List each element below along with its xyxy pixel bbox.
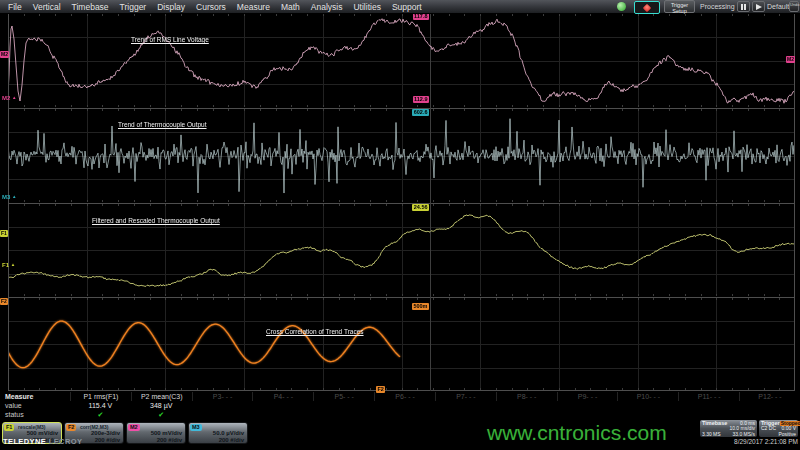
measure-row-label-header: Measure <box>0 393 70 400</box>
menu-item-utilities[interactable]: Utilities <box>353 2 380 12</box>
menu-item-analysis[interactable]: Analysis <box>311 2 343 12</box>
menu-item-display[interactable]: Display <box>157 2 185 12</box>
trace-scale: 200e-3/div <box>91 430 120 437</box>
trace-scale: 500 mV/div <box>27 430 58 437</box>
measure-table: MeasureP1 rms(F1)P2 mean(C3)P3- - -P4- -… <box>0 392 800 422</box>
measure-param-8[interactable]: P8- - - <box>496 392 557 401</box>
measure-param-12[interactable]: P12- - - <box>739 392 800 401</box>
waveform-canvas[interactable] <box>8 13 795 391</box>
measure-value-2: 348 µV <box>131 401 192 410</box>
measure-param-11[interactable]: P11- - - <box>678 392 739 401</box>
undo-button[interactable]: Undo <box>789 1 799 12</box>
menu-item-cursors[interactable]: Cursors <box>196 2 226 12</box>
measure-status-3 <box>192 410 253 419</box>
trigger-summary-box[interactable]: TriggerStopped C2 DC0.00 V Positive <box>759 420 798 437</box>
trace-tag-m3: M3 <box>190 424 202 431</box>
measure-param-6[interactable]: P6- - - <box>374 392 435 401</box>
watermark: www.cntronics.com <box>487 421 667 445</box>
trace-label-f1: F1 ▲ <box>2 262 15 268</box>
trigger-stop-button[interactable] <box>634 1 660 14</box>
cursor-value-tag-f1: 24.56 <box>412 204 429 211</box>
measure-status-4 <box>252 410 313 419</box>
pause-icon <box>741 4 743 10</box>
trace-descriptor-m3[interactable]: M350.0 µV/div200 #/div <box>188 422 248 444</box>
trace-scale: 500 mV/div <box>151 430 182 437</box>
measure-param-7[interactable]: P7- - - <box>435 392 496 401</box>
timebase-summary-box[interactable]: Timebase0.0 ms 10.0 ms/div 3.30 MS33.0 M… <box>700 420 757 437</box>
trigger-setup-label-2: Setup <box>665 8 694 14</box>
measure-status-6 <box>374 410 435 419</box>
trace-annotation-f2: Cross Correlation of Trend Traces <box>266 328 364 335</box>
trace-level-marker-m2-right[interactable]: M2 <box>786 56 795 63</box>
menu-item-timebase[interactable]: Timebase <box>72 2 109 12</box>
trace-annotation-m2: Trend of RMS Line Voltage <box>131 36 209 43</box>
trace-level-marker-m2[interactable]: M2 <box>0 51 9 58</box>
measure-param-2[interactable]: P2 mean(C3) <box>131 392 192 401</box>
menu-item-math[interactable]: Math <box>281 2 300 12</box>
menu-bar: FileVerticalTimebaseTriggerDisplayCursor… <box>0 0 800 14</box>
measure-param-1[interactable]: P1 rms(F1) <box>70 392 131 401</box>
menu-item-measure[interactable]: Measure <box>237 2 270 12</box>
trace-tag-m2: M2 <box>128 424 140 431</box>
timebase-rate: 33.0 MS/s <box>732 432 755 437</box>
measure-status-1: ✔ <box>70 410 131 419</box>
record-icon <box>643 3 651 11</box>
measure-row-status: status✔✔ <box>0 410 800 419</box>
measure-value-12 <box>739 401 800 410</box>
measure-value-3 <box>192 401 253 410</box>
timebase-samples: 3.30 MS <box>702 432 721 437</box>
trace-label-m3: M3 ▲ <box>2 194 16 200</box>
measure-status-10 <box>617 410 678 419</box>
measure-param-4[interactable]: P4- - - <box>252 392 313 401</box>
measure-row-label-value: value <box>0 402 70 409</box>
menu-item-support[interactable]: Support <box>392 2 422 12</box>
oscilloscope-app: FileVerticalTimebaseTriggerDisplayCursor… <box>0 0 800 450</box>
trace-tag-f1: F1 <box>4 424 14 431</box>
datetime-label: 8/29/2017 2:21:08 PM <box>734 438 798 445</box>
menu-items: FileVerticalTimebaseTriggerDisplayCursor… <box>0 2 422 12</box>
trace-points-per-div: 200 #/div <box>157 437 182 444</box>
trace-annotation-m3: Trend of Thermocouple Output <box>118 121 207 128</box>
play-button[interactable] <box>752 1 765 12</box>
timebase-label: Timebase <box>702 421 727 426</box>
measure-param-5[interactable]: P5- - - <box>313 392 374 401</box>
measure-status-7 <box>435 410 496 419</box>
menu-item-file[interactable]: File <box>8 2 22 12</box>
processing-label: Processing <box>700 3 735 10</box>
measure-row-label-status: status <box>0 411 70 418</box>
measure-row-value: value115.4 V348 µV <box>0 401 800 410</box>
brand-logo: TELEDYNE LECROY <box>3 437 82 446</box>
measure-param-9[interactable]: P9- - - <box>557 392 618 401</box>
pause-button[interactable] <box>737 1 750 12</box>
measure-value-10 <box>617 401 678 410</box>
bottom-strip: F1rescale(M3)500 mV/div200 #/divF2corr(M… <box>0 420 800 450</box>
measure-value-9 <box>557 401 618 410</box>
measure-value-4 <box>252 401 313 410</box>
measure-status-12 <box>739 410 800 419</box>
measure-value-7 <box>435 401 496 410</box>
menu-item-vertical[interactable]: Vertical <box>33 2 61 12</box>
measure-row-header: MeasureP1 rms(F1)P2 mean(C3)P3- - -P4- -… <box>0 392 800 401</box>
cursor-value-tag-f2: 500m <box>412 303 429 310</box>
measure-value-5 <box>313 401 374 410</box>
trace-tag-f2: F2 <box>66 424 76 431</box>
trace-level-marker-f2[interactable]: F2 <box>0 298 8 305</box>
menu-item-trigger[interactable]: Trigger <box>120 2 147 12</box>
trigger-source: C2 DC <box>761 426 776 431</box>
waveform-grid[interactable]: Trend of RMS Line VoltageTrend of Thermo… <box>0 13 800 391</box>
trigger-slope: Positive <box>778 432 796 437</box>
play-icon <box>756 4 762 10</box>
measure-value-8 <box>496 401 557 410</box>
measure-value-11 <box>678 401 739 410</box>
cursor-value-tag-m2: 112.9 <box>413 96 429 103</box>
measure-status-8 <box>496 410 557 419</box>
measure-param-3[interactable]: P3- - - <box>192 392 253 401</box>
trace-level-marker-f1[interactable]: F1 <box>0 230 8 237</box>
measure-value-6 <box>374 401 435 410</box>
brand-secondary: LECROY <box>49 437 83 446</box>
measure-status-11 <box>678 410 739 419</box>
measure-param-10[interactable]: P10- - - <box>617 392 678 401</box>
trace-descriptor-m2[interactable]: M2500 mV/div200 #/div <box>126 422 186 444</box>
trace-annotation-f1: Filtered and Rescaled Thermocouple Outpu… <box>92 217 220 224</box>
trigger-setup-button[interactable]: Trigger Setup <box>664 0 695 13</box>
